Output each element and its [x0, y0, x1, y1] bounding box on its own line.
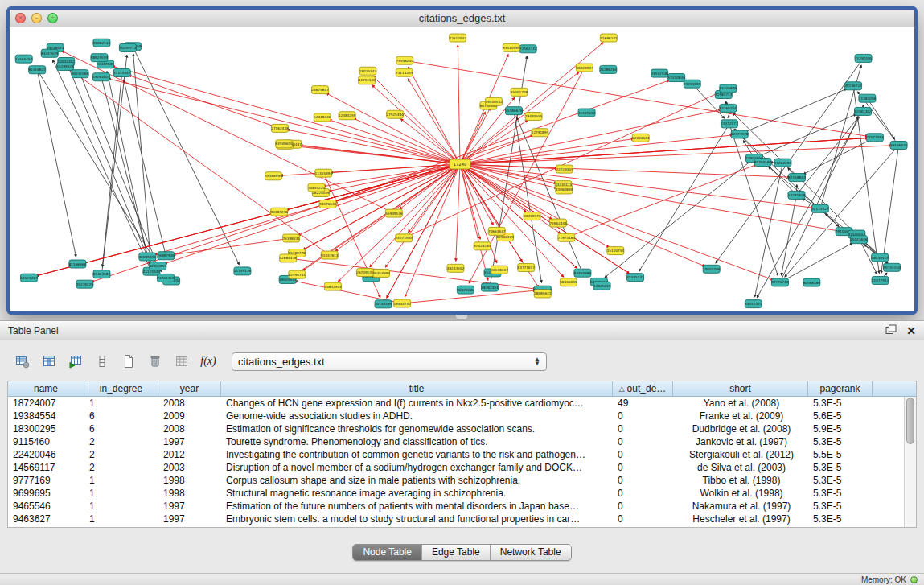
svg-text:19444752: 19444752	[393, 302, 411, 306]
svg-text:27162438: 27162438	[271, 126, 289, 130]
table-row[interactable]: 911546021997Tourette syndrome. Phenomeno…	[8, 435, 916, 448]
cell-title: Changes of HCN gene expression and I(f) …	[221, 397, 613, 410]
svg-text:62432424: 62432424	[632, 136, 650, 140]
column-header-out_degree[interactable]: △out_de…	[613, 381, 673, 396]
svg-text:84466204: 84466204	[720, 106, 737, 110]
svg-text:71698241: 71698241	[600, 36, 618, 40]
row-options-icon	[95, 354, 109, 369]
cell-year: 2008	[158, 397, 221, 410]
svg-text:15299328: 15299328	[56, 64, 74, 68]
cell-short: Nakamura et al. (1997)	[673, 500, 808, 513]
cell-out_degree: 0	[613, 422, 673, 435]
cell-short: Yano et al. (2008)	[673, 397, 808, 410]
tab-node-table[interactable]: Node Table	[353, 545, 422, 560]
svg-text:36353695: 36353695	[372, 271, 390, 275]
table-header-row: namein_degreeyeartitle△out_de…shortpager…	[8, 381, 916, 397]
svg-text:81166668: 81166668	[69, 262, 87, 266]
cell-in_degree: 6	[84, 410, 158, 422]
svg-text:72162732: 72162732	[519, 47, 537, 51]
svg-text:42684478: 42684478	[279, 256, 297, 260]
cell-short: Jankovic et al. (1997)	[673, 435, 808, 448]
cell-in_degree: 1	[84, 397, 158, 410]
table-row[interactable]: 977716911998Corpus callosum shape and si…	[8, 474, 916, 487]
svg-text:33552538: 33552538	[651, 72, 668, 76]
function-builder-label: f(x)	[200, 355, 216, 368]
table-row[interactable]: 1830029562008Estimation of significance …	[8, 422, 916, 435]
column-header-pagerank[interactable]: pagerank	[808, 381, 873, 396]
svg-text:52448436: 52448436	[314, 115, 331, 119]
window-titlebar[interactable]: × − + citations_edges.txt	[10, 10, 914, 27]
column-header-label: in_degree	[100, 383, 142, 394]
svg-text:13921037: 13921037	[593, 284, 611, 288]
cell-in_degree: 2	[84, 435, 158, 448]
svg-text:31297495: 31297495	[855, 56, 873, 60]
cell-year: 1998	[158, 474, 221, 487]
table-mode-button[interactable]	[11, 351, 34, 372]
table-scrollbar[interactable]	[904, 397, 916, 527]
column-header-short[interactable]: short	[673, 381, 808, 396]
show-columns-icon	[42, 354, 56, 369]
svg-text:50299713: 50299713	[119, 46, 137, 50]
table-row[interactable]: 2242004622012Investigating the contribut…	[8, 448, 916, 461]
minimize-window-button[interactable]: −	[31, 13, 42, 23]
float-panel-icon	[885, 324, 897, 335]
import-table-button[interactable]	[64, 351, 87, 372]
table-row[interactable]: 1456911722003Disruption of a novel membe…	[8, 461, 916, 474]
zoom-window-button[interactable]: +	[47, 13, 58, 23]
import-table-icon	[68, 354, 83, 369]
close-panel-button[interactable]: ✕	[906, 325, 916, 336]
table-disabled-button[interactable]	[170, 351, 193, 372]
svg-text:40049854: 40049854	[139, 255, 157, 259]
network-graph[interactable]: 3115504281518822553878898808254437709768…	[10, 27, 914, 311]
cell-short: de Silva et al. (2003)	[673, 461, 808, 474]
float-panel-button[interactable]	[885, 323, 897, 338]
cell-short: Tibbo et al. (1998)	[673, 474, 808, 487]
column-header-in_degree[interactable]: in_degree	[84, 381, 158, 396]
tab-network-table[interactable]: Network Table	[491, 545, 571, 560]
network-window: × − + citations_edges.txt 31155042815188…	[6, 6, 918, 315]
table-source-value: citations_edges.txt	[238, 356, 325, 368]
svg-text:71973185: 71973185	[558, 236, 576, 240]
cell-name: 9465546	[8, 500, 84, 513]
table-row[interactable]: 946362711997Embryonic stem cells: a mode…	[8, 513, 916, 525]
show-columns-button[interactable]	[38, 351, 60, 372]
cell-in_degree: 6	[84, 422, 158, 435]
table-row[interactable]: 969969511998Structural magnetic resonanc…	[8, 487, 916, 500]
svg-text:49261805: 49261805	[92, 75, 110, 79]
svg-text:76987936: 76987936	[158, 253, 175, 257]
cell-out_degree: 0	[613, 461, 673, 474]
svg-text:90387238: 90387238	[270, 210, 288, 214]
cell-name: 19384554	[8, 410, 84, 422]
svg-text:82595741: 82595741	[289, 273, 306, 277]
cell-pagerank: 5.3E-5	[808, 513, 873, 525]
delete-columns-button[interactable]	[144, 351, 166, 372]
table-row[interactable]: 946554611997Estimation of the future num…	[8, 500, 916, 513]
table-source-select[interactable]: citations_edges.txt ▲▼	[232, 352, 547, 371]
svg-text:25286284: 25286284	[600, 68, 618, 72]
sort-indicator: △	[619, 385, 625, 393]
column-header-title[interactable]: title	[221, 381, 613, 396]
table-row[interactable]: 1938455462009Genome-wide association stu…	[8, 410, 916, 422]
tab-edge-table[interactable]: Edge Table	[422, 545, 491, 560]
svg-text:42445131: 42445131	[626, 275, 644, 279]
table-row[interactable]: 1872400712008Changes of HCN gene express…	[8, 397, 916, 410]
function-builder-button[interactable]: f(x)	[197, 351, 220, 372]
cell-name: 22420046	[8, 448, 84, 461]
svg-text:20603796: 20603796	[703, 267, 721, 271]
column-header-year[interactable]: year	[158, 381, 221, 396]
svg-text:72662444: 72662444	[549, 221, 567, 225]
create-column-button[interactable]	[117, 351, 140, 372]
cell-out_degree: 0	[613, 410, 673, 422]
window-resize-handle[interactable]	[455, 315, 468, 320]
cell-pagerank: 5.6E-5	[808, 410, 873, 422]
svg-text:75186676: 75186676	[505, 109, 523, 113]
svg-text:35239229: 35239229	[76, 282, 94, 286]
row-options-button[interactable]	[91, 351, 113, 372]
close-window-button[interactable]: ×	[15, 13, 26, 23]
column-header-name[interactable]: name	[8, 381, 84, 396]
cell-short: Stergiakouli et al. (2012)	[673, 448, 808, 461]
svg-text:38136722: 38136722	[844, 84, 862, 88]
svg-text:79348532: 79348532	[485, 100, 503, 104]
table-scrollbar-thumb[interactable]	[906, 398, 914, 444]
network-view[interactable]: 3115504281518822553878898808254437709768…	[10, 27, 914, 311]
